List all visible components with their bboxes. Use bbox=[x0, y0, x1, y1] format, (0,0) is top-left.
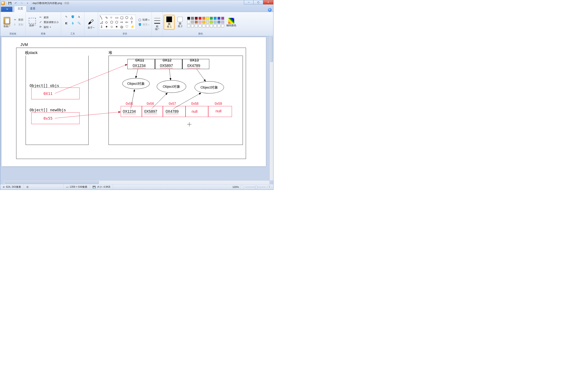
shape-heart-icon[interactable]: ♡ bbox=[125, 25, 130, 29]
shape-triangle-icon[interactable]: △ bbox=[130, 15, 135, 20]
shape-polygon-icon[interactable]: ⬠ bbox=[125, 15, 130, 20]
tab-view[interactable]: 查看 bbox=[27, 6, 39, 12]
color-swatch[interactable] bbox=[202, 21, 205, 24]
color-swatch[interactable] bbox=[210, 24, 213, 27]
color-swatch[interactable] bbox=[187, 17, 190, 20]
color-swatch[interactable] bbox=[214, 24, 217, 27]
cut-button[interactable]: ✂剪切 bbox=[13, 18, 24, 22]
shape-lightning-icon[interactable]: ⚡ bbox=[130, 25, 135, 29]
shape-curve-icon[interactable]: ∿ bbox=[105, 15, 110, 20]
shape-outline-button[interactable]: ◯轮廓▾ bbox=[138, 18, 150, 22]
tool-text[interactable]: A bbox=[76, 15, 82, 19]
color-swatch[interactable] bbox=[187, 21, 190, 24]
shape-diamond-icon[interactable]: ◇ bbox=[105, 20, 110, 24]
shapes-gallery[interactable]: ╲∿○▭▢⬠△ ◿◇⬠⬡⇨⇦⇧ ⇩✦☆✶◎♡⚡ bbox=[99, 15, 136, 30]
tool-fill[interactable]: 🪣 bbox=[70, 15, 75, 18]
color-palette[interactable] bbox=[187, 17, 225, 28]
color-swatch[interactable] bbox=[206, 21, 209, 24]
vertical-scrollbar[interactable] bbox=[270, 36, 273, 180]
color-swatch[interactable] bbox=[191, 24, 194, 27]
title-sep: - bbox=[62, 2, 64, 5]
shape-callout-icon[interactable]: ◎ bbox=[120, 25, 125, 29]
color-swatch[interactable] bbox=[202, 17, 205, 20]
shape-line-icon[interactable]: ╲ bbox=[100, 15, 105, 20]
stroke-button[interactable]: 粗 细 bbox=[153, 16, 161, 31]
shape-oval-icon[interactable]: ○ bbox=[110, 15, 115, 20]
canvas[interactable]: JVM 栈stack Object[] objs 0X11 Object[] n… bbox=[1, 37, 266, 166]
shape-fill-button[interactable]: 🪣填充▾ bbox=[138, 23, 150, 27]
group-tools: ✎ 🪣 A ◧ 💧 🔍 工具 bbox=[61, 12, 84, 36]
horizontal-scrollbar[interactable] bbox=[4, 180, 270, 184]
shape-darrow-icon[interactable]: ⇩ bbox=[100, 25, 105, 29]
color-swatch[interactable] bbox=[195, 21, 198, 24]
zoom-in-button[interactable]: + bbox=[267, 185, 271, 189]
qat-customize[interactable]: ▾ bbox=[25, 1, 30, 5]
color-swatch[interactable] bbox=[206, 17, 209, 20]
brush-button[interactable]: 🖌 刷子 bbox=[86, 18, 96, 30]
shape-rect-icon[interactable]: ▭ bbox=[115, 15, 120, 20]
zoom-slider[interactable] bbox=[245, 187, 266, 187]
color-swatch[interactable] bbox=[221, 21, 224, 24]
shape-pentagon-icon[interactable]: ⬠ bbox=[110, 20, 115, 24]
select-button[interactable]: 选择 bbox=[27, 17, 38, 28]
rotate-button[interactable]: ⟳旋转▾ bbox=[39, 25, 60, 29]
edit-colors-button[interactable]: 编辑颜色 bbox=[225, 17, 237, 28]
color-swatch[interactable] bbox=[221, 17, 224, 20]
file-menu-button[interactable] bbox=[1, 7, 12, 12]
color-swatch[interactable] bbox=[214, 17, 217, 20]
resize-button[interactable]: ⤢重新调整大小 bbox=[39, 20, 60, 24]
color-swatch[interactable] bbox=[199, 17, 202, 20]
zoom-out-button[interactable]: − bbox=[240, 185, 244, 189]
color-swatch[interactable] bbox=[221, 24, 224, 27]
shape-hexagon-icon[interactable]: ⬡ bbox=[115, 20, 120, 24]
hscroll-thumb[interactable] bbox=[4, 181, 99, 184]
color-swatch[interactable] bbox=[187, 24, 190, 27]
copy-button[interactable]: ⎘复制 bbox=[13, 23, 24, 27]
color-swatch[interactable] bbox=[218, 21, 220, 24]
color-swatch[interactable] bbox=[195, 24, 198, 27]
qat-redo[interactable]: ↷ bbox=[19, 1, 24, 5]
paste-button[interactable]: 粘贴 bbox=[1, 16, 12, 28]
color-swatch[interactable] bbox=[210, 21, 213, 24]
shape-rarrow-icon[interactable]: ⇨ bbox=[120, 20, 125, 24]
color-swatch[interactable] bbox=[191, 17, 194, 20]
color-swatch[interactable] bbox=[202, 24, 205, 27]
shape-4star-icon[interactable]: ✦ bbox=[105, 25, 110, 29]
color-swatch[interactable] bbox=[199, 21, 202, 24]
close-button[interactable]: ✕ bbox=[263, 0, 273, 4]
fill-label: 填充 bbox=[142, 23, 148, 27]
crosshair-icon: ✛ bbox=[3, 186, 5, 189]
copy-label: 复制 bbox=[18, 23, 23, 27]
tab-home[interactable]: 主页 bbox=[14, 6, 27, 12]
color-swatch[interactable] bbox=[206, 24, 209, 27]
color-swatch[interactable] bbox=[191, 21, 194, 24]
shape-rtriangle-icon[interactable]: ◿ bbox=[100, 20, 105, 24]
minimize-button[interactable]: ─ bbox=[244, 0, 254, 4]
color-swatch[interactable] bbox=[195, 17, 198, 20]
vscroll-thumb[interactable] bbox=[270, 37, 273, 62]
ribbon: 粘贴 ✂剪切 ⎘复制 剪贴板 选择 ✂裁剪 ⤢重新调整大小 ⟳旋转▾ bbox=[0, 12, 273, 36]
shape-uarrow-icon[interactable]: ⇧ bbox=[130, 20, 135, 24]
color-swatch[interactable] bbox=[199, 24, 202, 27]
help-button[interactable]: ? bbox=[268, 8, 272, 12]
qat-undo[interactable]: ↶ bbox=[14, 1, 18, 5]
shape-roundrect-icon[interactable]: ▢ bbox=[120, 15, 125, 20]
color-swatch[interactable] bbox=[210, 17, 213, 20]
tool-zoom[interactable]: 🔍 bbox=[76, 21, 82, 25]
crop-button[interactable]: ✂裁剪 bbox=[39, 15, 60, 20]
tool-eraser[interactable]: ◧ bbox=[64, 21, 69, 25]
tool-picker[interactable]: 💧 bbox=[70, 21, 75, 25]
color1-button[interactable]: 颜 色 1 bbox=[164, 15, 174, 29]
color-swatch[interactable] bbox=[218, 24, 220, 27]
tool-pencil[interactable]: ✎ bbox=[64, 15, 69, 18]
qat-save[interactable]: 💾 bbox=[8, 1, 12, 5]
color2-button[interactable]: 颜 色 2 bbox=[175, 16, 185, 28]
maximize-button[interactable]: ▢ bbox=[254, 0, 263, 4]
svg-line-1 bbox=[55, 112, 120, 118]
rotate-label: 旋转 bbox=[44, 25, 49, 29]
shape-5star-icon[interactable]: ☆ bbox=[110, 25, 115, 29]
shape-6star-icon[interactable]: ✶ bbox=[115, 25, 120, 29]
color-swatch[interactable] bbox=[218, 17, 220, 20]
color-swatch[interactable] bbox=[214, 21, 217, 24]
shape-larrow-icon[interactable]: ⇦ bbox=[125, 20, 130, 24]
